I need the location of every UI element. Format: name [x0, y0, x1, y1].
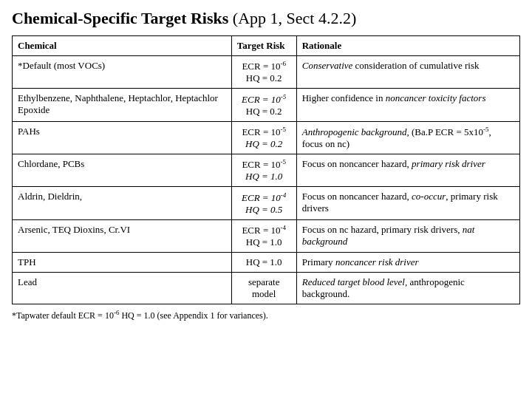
risk-table: Chemical Target Risk Rationale *Default …: [12, 35, 520, 304]
cell-rationale: Conservative consideration of cumulative…: [296, 56, 519, 89]
cell-rationale: Primary noncancer risk driver: [296, 252, 519, 272]
col-header-target-risk: Target Risk: [231, 36, 296, 56]
cell-rationale: Focus on noncancer hazard, primary risk …: [296, 154, 519, 186]
cell-target-risk: ECR = 10-4HQ = 1.0: [231, 219, 296, 252]
table-row: Aldrin, Dieldrin,ECR = 10-4HQ = 0.5Focus…: [13, 187, 520, 219]
cell-rationale: Focus on nc hazard, primary risk drivers…: [296, 219, 519, 252]
col-header-rationale: Rationale: [296, 36, 519, 56]
cell-target-risk: ECR = 10-5HQ = 0.2: [231, 121, 296, 154]
cell-chemical: PAHs: [13, 121, 232, 154]
table-row: Ethylbenzene, Naphthalene, Heptachlor, H…: [13, 89, 520, 121]
cell-rationale: Reduced target blood level, anthropogeni…: [296, 272, 519, 304]
cell-rationale: Higher confidence in noncancer toxicity …: [296, 89, 519, 121]
col-header-chemical: Chemical: [13, 36, 232, 56]
cell-chemical: Ethylbenzene, Naphthalene, Heptachlor, H…: [13, 89, 232, 121]
cell-target-risk: ECR = 10-5HQ = 0.2: [231, 89, 296, 121]
cell-target-risk: separate model: [231, 272, 296, 304]
cell-target-risk: ECR = 10-4HQ = 0.5: [231, 187, 296, 219]
cell-chemical: TPH: [13, 252, 232, 272]
cell-chemical: Aldrin, Dieldrin,: [13, 187, 232, 219]
page-title: Chemical-Specific Target Risks (App 1, S…: [12, 9, 520, 28]
cell-target-risk: HQ = 1.0: [231, 252, 296, 272]
table-row: Arsenic, TEQ Dioxins, Cr.VIECR = 10-4HQ …: [13, 219, 520, 252]
table-row: Leadseparate modelReduced target blood l…: [13, 272, 520, 304]
table-row: *Default (most VOCs)ECR = 10-6HQ = 0.2Co…: [13, 56, 520, 89]
cell-chemical: Arsenic, TEQ Dioxins, Cr.VI: [13, 219, 232, 252]
cell-target-risk: ECR = 10-6HQ = 0.2: [231, 56, 296, 89]
cell-rationale: Anthropogenic background, (Ba.P ECR = 5x…: [296, 121, 519, 154]
table-row: TPHHQ = 1.0Primary noncancer risk driver: [13, 252, 520, 272]
table-row: Chlordane, PCBsECR = 10-5HQ = 1.0Focus o…: [13, 154, 520, 186]
cell-chemical: Lead: [13, 272, 232, 304]
cell-chemical: Chlordane, PCBs: [13, 154, 232, 186]
cell-target-risk: ECR = 10-5HQ = 1.0: [231, 154, 296, 186]
footnote: *Tapwater default ECR = 10-6 HQ = 1.0 (s…: [12, 309, 520, 321]
table-row: PAHsECR = 10-5HQ = 0.2Anthropogenic back…: [13, 121, 520, 154]
cell-chemical: *Default (most VOCs): [13, 56, 232, 89]
cell-rationale: Focus on noncancer hazard, co-occur, pri…: [296, 187, 519, 219]
